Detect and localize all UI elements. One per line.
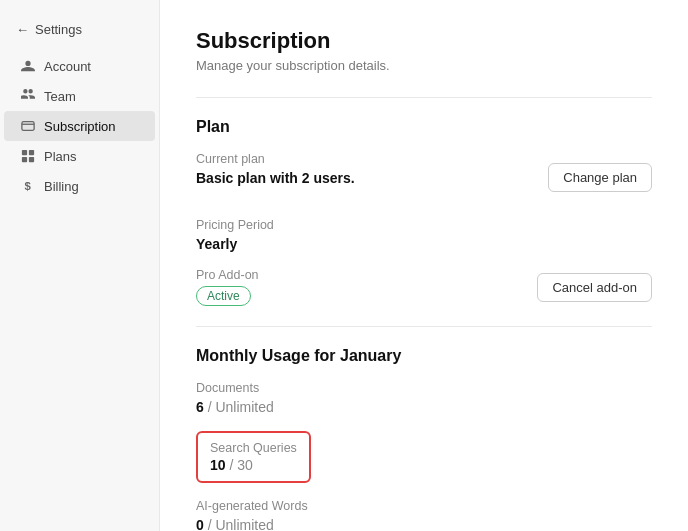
- svg-rect-1: [22, 150, 27, 155]
- svg-text:$: $: [25, 180, 32, 192]
- dollar-icon: $: [20, 178, 36, 194]
- sidebar-back-label: Settings: [35, 22, 82, 37]
- card-icon: [20, 118, 36, 134]
- ai-words-limit: Unlimited: [215, 517, 273, 531]
- current-plan-row: Current plan Basic plan with 2 users. Ch…: [196, 152, 652, 202]
- current-plan-value: Basic plan with 2 users.: [196, 170, 355, 186]
- svg-rect-3: [22, 157, 27, 162]
- sidebar-item-billing[interactable]: $ Billing: [4, 171, 155, 201]
- sidebar-item-billing-label: Billing: [44, 179, 79, 194]
- ai-words-field: AI-generated Words 0 / Unlimited: [196, 499, 652, 531]
- search-queries-highlight-box: Search Queries 10 / 30: [196, 431, 311, 483]
- ai-words-value: 0 / Unlimited: [196, 517, 652, 531]
- sidebar-item-team[interactable]: Team: [4, 81, 155, 111]
- change-plan-button[interactable]: Change plan: [548, 163, 652, 192]
- sidebar-item-team-label: Team: [44, 89, 76, 104]
- documents-used: 6: [196, 399, 204, 415]
- pricing-period-label: Pricing Period: [196, 218, 652, 232]
- pricing-period-field: Pricing Period Yearly: [196, 218, 652, 252]
- sidebar-item-subscription[interactable]: Subscription: [4, 111, 155, 141]
- documents-value: 6 / Unlimited: [196, 399, 652, 415]
- search-queries-label: Search Queries: [210, 441, 297, 455]
- search-queries-limit: 30: [237, 457, 253, 473]
- ai-words-label: AI-generated Words: [196, 499, 652, 513]
- ai-words-used: 0: [196, 517, 204, 531]
- sidebar-item-plans[interactable]: Plans: [4, 141, 155, 171]
- documents-limit: Unlimited: [215, 399, 273, 415]
- sidebar-item-account[interactable]: Account: [4, 51, 155, 81]
- current-plan-label: Current plan: [196, 152, 355, 166]
- sidebar: ← Settings Account Team Subscription: [0, 0, 160, 531]
- documents-separator: /: [204, 399, 216, 415]
- documents-field: Documents 6 / Unlimited: [196, 381, 652, 415]
- svg-rect-0: [22, 122, 34, 131]
- usage-section-title: Monthly Usage for January: [196, 347, 652, 365]
- plan-section-title: Plan: [196, 118, 652, 136]
- current-plan-info: Current plan Basic plan with 2 users.: [196, 152, 355, 202]
- sidebar-back-button[interactable]: ← Settings: [0, 16, 159, 43]
- search-queries-value: 10 / 30: [210, 457, 297, 473]
- cancel-addon-button[interactable]: Cancel add-on: [537, 273, 652, 302]
- sidebar-item-plans-label: Plans: [44, 149, 77, 164]
- people-icon: [20, 88, 36, 104]
- ai-words-separator: /: [204, 517, 216, 531]
- documents-label: Documents: [196, 381, 652, 395]
- pro-addon-status-badge: Active: [196, 286, 251, 306]
- main-content: Subscription Manage your subscription de…: [160, 0, 688, 531]
- person-icon: [20, 58, 36, 74]
- divider-usage: [196, 326, 652, 327]
- sidebar-item-account-label: Account: [44, 59, 91, 74]
- svg-rect-2: [29, 150, 34, 155]
- search-queries-separator: /: [226, 457, 238, 473]
- pro-addon-label: Pro Add-on: [196, 268, 259, 282]
- svg-rect-4: [29, 157, 34, 162]
- sidebar-item-subscription-label: Subscription: [44, 119, 116, 134]
- pro-addon-info: Pro Add-on Active: [196, 268, 259, 306]
- grid-icon: [20, 148, 36, 164]
- pricing-period-value: Yearly: [196, 236, 652, 252]
- divider-top: [196, 97, 652, 98]
- pro-addon-row: Pro Add-on Active Cancel add-on: [196, 268, 652, 306]
- page-subtitle: Manage your subscription details.: [196, 58, 652, 73]
- search-queries-used: 10: [210, 457, 226, 473]
- back-arrow-icon: ←: [16, 22, 29, 37]
- page-title: Subscription: [196, 28, 652, 54]
